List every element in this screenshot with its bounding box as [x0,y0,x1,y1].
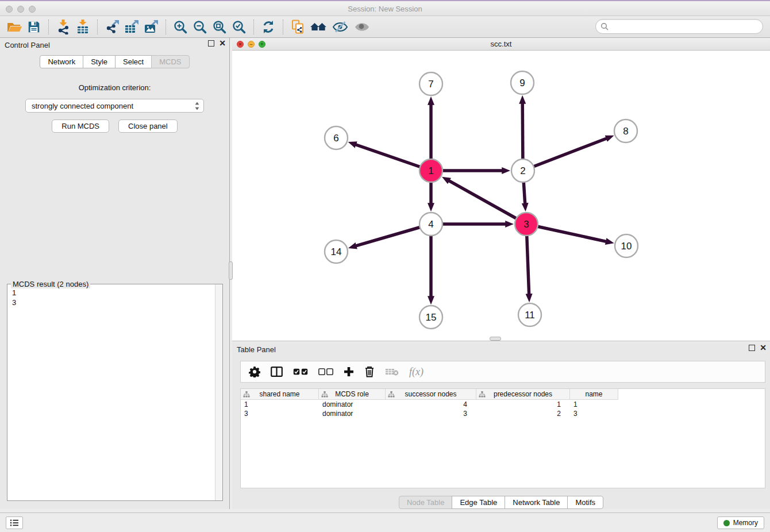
task-history-button[interactable] [6,516,23,529]
zoom-fit-icon[interactable] [210,18,229,36]
tab-motifs[interactable]: Motifs [567,496,603,509]
zoom-selected-icon[interactable] [229,18,249,36]
result-scrollbar[interactable] [215,284,222,500]
stepper-icon [194,101,200,111]
table-row[interactable]: 3dominator323 [241,409,765,418]
function-builder-icon[interactable]: f(x) [409,366,424,378]
mcds-result-lines: 13 [7,286,214,500]
canvas-splitter-handle[interactable] [490,337,501,341]
search-input[interactable] [609,21,763,32]
table-cell[interactable]: 1 [241,400,319,409]
table-cell[interactable]: 1 [476,400,570,409]
node-label-3: 3 [523,219,529,230]
network-title: scc.txt [232,40,770,48]
run-mcds-button[interactable]: Run MCDS [52,119,109,133]
table-panel: Table Panel ✕ [232,342,770,509]
search-icon [600,22,609,30]
float-panel-icon[interactable] [208,40,214,47]
table-cell[interactable]: 3 [570,409,618,418]
network-window-titlebar: × – + scc.txt [232,38,770,51]
add-column-icon[interactable] [344,367,354,377]
show-all-eye-icon[interactable] [351,18,373,36]
tab-network-table[interactable]: Network Table [505,496,568,509]
toggle-column-panel-icon[interactable] [271,367,283,377]
panel-splitter-handle[interactable] [229,261,233,280]
tab-style[interactable]: Style [83,55,116,68]
main-toolbar [0,16,770,38]
list-icon [9,519,20,527]
table-cell[interactable]: 1 [570,400,618,409]
close-panel-button[interactable]: Close panel [118,119,178,133]
edge-3-10[interactable] [526,224,606,241]
table-header: shared name MCDS role successor nodes pr… [241,389,765,400]
column-header-shared-name[interactable]: shared name [241,389,319,400]
tab-network[interactable]: Network [40,55,83,68]
export-table-icon[interactable] [122,18,141,36]
hierarchy-icon [388,391,395,398]
memory-button[interactable]: Memory [717,516,764,529]
refresh-icon[interactable] [259,18,278,36]
node-label-9: 9 [519,78,525,88]
close-table-panel-icon[interactable]: ✕ [760,345,767,351]
close-panel-icon[interactable]: ✕ [219,40,226,47]
optimization-criterion-label: Optimization criterion: [0,83,229,92]
table-cell[interactable]: dominator [319,409,386,418]
zoom-in-icon[interactable] [171,18,190,36]
tab-select[interactable]: Select [115,55,152,68]
table-rows: 1dominator4113dominator323 [241,400,765,418]
delete-table-icon[interactable] [385,368,399,376]
tab-node-table[interactable]: Node Table [399,496,453,509]
optimization-criterion-select[interactable]: strongly connected component [25,99,204,113]
application-window: Session: New Session [0,0,770,532]
node-label-6: 6 [333,133,338,144]
network-graph: 1234678910111415 [232,51,770,341]
status-bar: Memory [0,512,770,532]
node-label-2: 2 [520,165,525,176]
network-canvas[interactable]: 1234678910111415 [232,51,770,341]
table-cell[interactable]: 3 [386,409,476,418]
node-label-1: 1 [428,165,433,176]
edge-2-8[interactable] [523,138,606,171]
export-image-icon[interactable] [141,18,161,36]
selected-option: strongly connected component [32,102,194,110]
table-toolbar: f(x) [240,361,765,383]
result-line: 1 [12,288,210,298]
table-cell[interactable]: 3 [241,409,319,418]
export-network-icon[interactable] [102,18,122,36]
mcds-result-box: MCDS result (2 nodes) 13 [7,284,223,501]
zoom-out-icon[interactable] [190,18,210,36]
deselect-all-columns-icon[interactable] [318,368,333,375]
table-row[interactable]: 1dominator411 [241,400,765,409]
hide-selected-eye-icon[interactable] [329,18,351,36]
node-label-10: 10 [621,241,632,252]
table-cell[interactable]: 2 [476,409,570,418]
column-header-name[interactable]: name [570,389,618,400]
node-label-7: 7 [428,79,433,90]
open-session-icon[interactable] [5,18,24,36]
tab-edge-table[interactable]: Edge Table [452,496,505,509]
clone-network-icon[interactable] [288,18,307,36]
delete-column-trash-icon[interactable] [364,366,375,377]
node-label-14: 14 [331,246,342,257]
column-header-successor-nodes[interactable]: successor nodes [386,389,476,400]
edge-3-1[interactable] [449,181,526,224]
import-network-icon[interactable] [53,18,73,36]
table-settings-gear-icon[interactable] [249,366,260,377]
select-all-columns-icon[interactable] [293,368,308,375]
float-table-panel-icon[interactable] [749,345,755,351]
home-layout-icon[interactable] [307,18,329,36]
save-session-icon[interactable] [24,18,44,36]
control-tabs: NetworkStyleSelectMCDS [0,55,229,68]
hierarchy-icon [321,391,328,398]
table-cell[interactable]: 4 [386,400,476,409]
hierarchy-icon [479,391,486,398]
column-header-MCDS-role[interactable]: MCDS role [319,389,386,400]
column-header-predecessor-nodes[interactable]: predecessor nodes [476,389,570,400]
memory-status-icon [723,520,730,526]
control-panel: Control Panel ✕ NetworkStyleSelectMCDS O… [0,38,230,509]
search-box [595,19,763,34]
import-table-icon[interactable] [73,18,93,36]
node-table: shared name MCDS role successor nodes pr… [240,388,765,488]
table-cell[interactable]: dominator [319,400,386,409]
tab-mcds[interactable]: MCDS [151,55,189,68]
